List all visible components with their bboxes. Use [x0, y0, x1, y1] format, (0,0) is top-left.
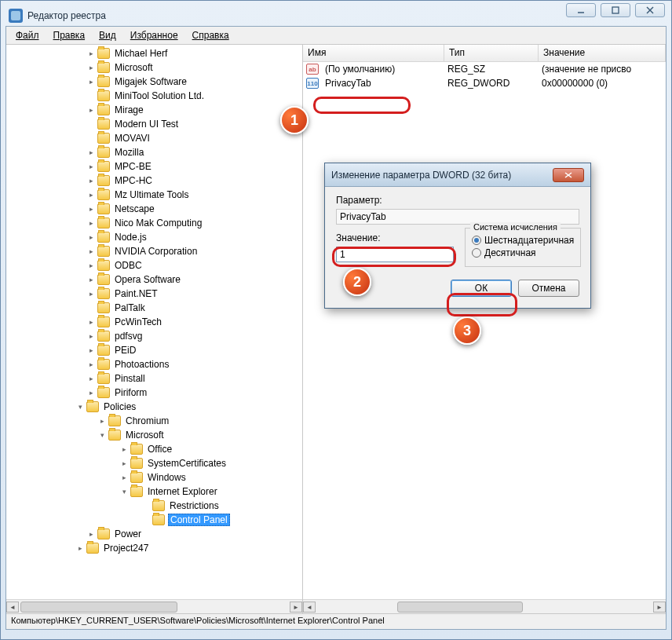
- tree-item[interactable]: ▸Chromium: [8, 414, 302, 428]
- folder-icon: [97, 218, 110, 229]
- tree-item[interactable]: MOVAVI: [8, 131, 302, 145]
- tree-item[interactable]: MiniTool Solution Ltd.: [8, 89, 302, 103]
- minimize-button[interactable]: [566, 3, 596, 17]
- tree-item[interactable]: ▸Node.js: [8, 230, 302, 244]
- tree-item[interactable]: PalTalk: [8, 301, 302, 315]
- close-button[interactable]: [635, 3, 665, 17]
- expand-closed-icon[interactable]: ▸: [86, 261, 96, 270]
- expand-closed-icon[interactable]: ▸: [86, 388, 96, 397]
- expand-closed-icon[interactable]: ▸: [86, 232, 96, 242]
- registry-tree[interactable]: ▸Michael Herf▸Microsoft▸Migajek Software…: [6, 45, 302, 599]
- titlebar[interactable]: Редактор реестра: [5, 5, 667, 26]
- tree-item[interactable]: ▸Mozilla: [8, 145, 302, 159]
- menu-view[interactable]: Вид: [93, 28, 122, 42]
- tree-item[interactable]: ▸MPC-BE: [8, 159, 302, 174]
- tree-item[interactable]: ▾Microsoft: [8, 428, 302, 442]
- tree-item[interactable]: ▾Internet Explorer: [8, 485, 302, 499]
- maximize-button[interactable]: [601, 3, 630, 17]
- tree-item[interactable]: ▸Piriform: [8, 386, 302, 400]
- radio-dec-input[interactable]: [472, 248, 481, 258]
- expand-closed-icon[interactable]: ▸: [86, 289, 96, 298]
- tree-item[interactable]: ▸Microsoft: [8, 60, 302, 75]
- menu-file[interactable]: Файл: [9, 28, 46, 42]
- expand-closed-icon[interactable]: ▸: [86, 176, 96, 185]
- tree-item[interactable]: ▾Policies: [8, 400, 302, 414]
- expand-closed-icon[interactable]: ▸: [86, 218, 96, 228]
- radio-hex[interactable]: Шестнадцатеричная: [472, 235, 574, 246]
- dialog-close-button[interactable]: [553, 168, 584, 182]
- list-hscroll[interactable]: ◄ ►: [303, 599, 666, 613]
- menu-edit[interactable]: Правка: [47, 28, 92, 42]
- list-header[interactable]: Имя Тип Значение: [303, 45, 666, 62]
- folder-icon: [130, 444, 143, 455]
- tree-item[interactable]: ▸pdfsvg: [8, 329, 302, 343]
- dialog-titlebar[interactable]: Изменение параметра DWORD (32 бита): [325, 163, 590, 187]
- col-value[interactable]: Значение: [539, 45, 666, 61]
- expand-open-icon[interactable]: ▾: [75, 402, 85, 411]
- radio-hex-input[interactable]: [472, 236, 481, 245]
- tree-item[interactable]: ▸ODBC: [8, 258, 302, 272]
- tree-item[interactable]: ▸Power: [8, 527, 302, 541]
- expand-closed-icon[interactable]: ▸: [86, 317, 96, 327]
- expand-closed-icon[interactable]: ▸: [119, 444, 129, 454]
- list-row[interactable]: 110PrivacyTabREG_DWORD0x00000000 (0): [303, 76, 666, 90]
- tree-label: SystemCertificates: [146, 458, 228, 469]
- expand-closed-icon[interactable]: ▸: [97, 416, 107, 426]
- tree-item[interactable]: ▸SystemCertificates: [8, 456, 302, 470]
- expand-closed-icon[interactable]: ▸: [75, 543, 85, 553]
- expand-closed-icon[interactable]: ▸: [86, 190, 96, 199]
- tree-item[interactable]: ▸Opera Software: [8, 272, 302, 287]
- tree-item[interactable]: ▸MPC-HC: [8, 174, 302, 188]
- expand-closed-icon[interactable]: ▸: [119, 473, 129, 482]
- col-type[interactable]: Тип: [444, 45, 539, 61]
- expand-closed-icon[interactable]: ▸: [86, 247, 96, 256]
- tree-item[interactable]: ▸PcWinTech: [8, 315, 302, 329]
- tree-item[interactable]: ▸Pinstall: [8, 371, 302, 386]
- expand-closed-icon[interactable]: ▸: [86, 77, 96, 86]
- tree-item[interactable]: ▸Netscape: [8, 202, 302, 216]
- expand-closed-icon[interactable]: ▸: [86, 162, 96, 171]
- tree-item[interactable]: ▸NVIDIA Corporation: [8, 244, 302, 258]
- menu-favorites[interactable]: Избранное: [124, 28, 184, 42]
- folder-icon: [97, 119, 110, 130]
- tree-item[interactable]: ▸Windows: [8, 470, 302, 485]
- col-name[interactable]: Имя: [303, 45, 444, 61]
- expand-closed-icon[interactable]: ▸: [86, 360, 96, 369]
- tree-item[interactable]: Modern UI Test: [8, 117, 302, 131]
- menu-help[interactable]: Справка: [186, 28, 236, 42]
- cancel-button[interactable]: Отмена: [518, 280, 579, 297]
- tree-item[interactable]: ▸Michael Herf: [8, 46, 302, 60]
- tree-item[interactable]: ▸Paint.NET: [8, 287, 302, 301]
- list-body[interactable]: ab(По умолчанию)REG_SZ(значение не присв…: [303, 62, 666, 599]
- tree-item[interactable]: ▸Nico Mak Computing: [8, 216, 302, 230]
- value-input[interactable]: [336, 247, 454, 262]
- tree-item[interactable]: ▸Mz Ultimate Tools: [8, 188, 302, 202]
- expand-closed-icon[interactable]: ▸: [86, 204, 96, 214]
- tree-item[interactable]: ▸Project247: [8, 541, 302, 555]
- tree-item[interactable]: ▸Office: [8, 442, 302, 456]
- tree-item[interactable]: Control Panel: [8, 513, 302, 527]
- tree-item[interactable]: ▸Migajek Software: [8, 75, 302, 89]
- expand-closed-icon[interactable]: ▸: [86, 49, 96, 58]
- radio-dec[interactable]: Десятичная: [472, 247, 574, 258]
- tree-item[interactable]: Restrictions: [8, 499, 302, 513]
- expand-closed-icon[interactable]: ▸: [86, 331, 96, 341]
- expand-open-icon[interactable]: ▾: [119, 487, 129, 496]
- tree-label: Policies: [102, 401, 137, 412]
- tree-item[interactable]: ▸Photoactions: [8, 357, 302, 371]
- expand-closed-icon[interactable]: ▸: [86, 105, 96, 115]
- expand-closed-icon[interactable]: ▸: [86, 374, 96, 383]
- expand-open-icon[interactable]: ▾: [97, 430, 107, 440]
- expand-closed-icon[interactable]: ▸: [86, 63, 96, 72]
- tree-hscroll[interactable]: ◄ ►: [6, 599, 302, 613]
- ok-button[interactable]: ОК: [451, 280, 512, 297]
- expand-closed-icon[interactable]: ▸: [86, 529, 96, 539]
- list-row[interactable]: ab(По умолчанию)REG_SZ(значение не присв…: [303, 62, 666, 76]
- tree-item[interactable]: ▸PEiD: [8, 343, 302, 357]
- folder-icon: [97, 203, 110, 214]
- expand-closed-icon[interactable]: ▸: [119, 459, 129, 468]
- expand-closed-icon[interactable]: ▸: [86, 148, 96, 157]
- tree-item[interactable]: ▸Mirage: [8, 103, 302, 117]
- expand-closed-icon[interactable]: ▸: [86, 346, 96, 355]
- expand-closed-icon[interactable]: ▸: [86, 275, 96, 284]
